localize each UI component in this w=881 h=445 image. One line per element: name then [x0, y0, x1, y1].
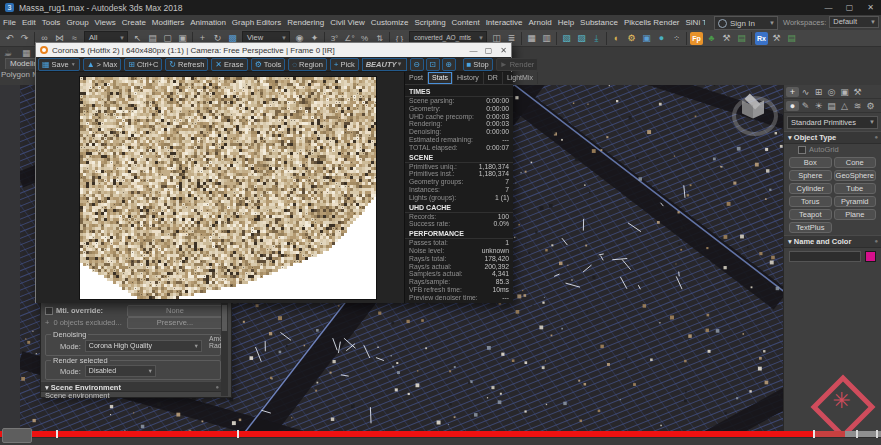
vfb-title-bar[interactable]: Corona 5 (Hotfix 2) | 640x480px (1:1) | …: [36, 43, 511, 57]
vfb-region-button[interactable]: ◌Region: [288, 58, 327, 71]
vfb-erase-button[interactable]: ✕Erase: [211, 58, 247, 71]
railclone-tools-icon[interactable]: ⚒: [769, 31, 784, 46]
create-textplus-button[interactable]: TextPlus: [789, 222, 832, 233]
menu-views[interactable]: Views: [92, 16, 119, 30]
zoom-in-icon[interactable]: ⊕: [442, 58, 456, 71]
save-download-icon[interactable]: ⤓: [589, 31, 604, 46]
render-production-icon[interactable]: ●: [654, 31, 669, 46]
render-setup-icon[interactable]: ⚙: [624, 31, 639, 46]
vfb-pick-button[interactable]: +Pick: [330, 58, 359, 71]
undo-icon[interactable]: ↶: [2, 31, 17, 46]
expand-icon[interactable]: +: [45, 318, 49, 327]
layer-explorer-icon[interactable]: ▦: [524, 31, 539, 46]
vfb-save-button[interactable]: ▦Save▼: [38, 58, 80, 71]
category-shapes-icon[interactable]: ✎: [799, 101, 812, 111]
create-cylinder-button[interactable]: Cylinder: [789, 183, 832, 194]
zoom-out-icon[interactable]: ⊖: [410, 58, 424, 71]
create-cone-button[interactable]: Cone: [834, 157, 877, 168]
menu-create[interactable]: Create: [119, 16, 149, 30]
object-name-field[interactable]: [789, 251, 861, 262]
railclone-list-icon[interactable]: ▤: [784, 31, 799, 46]
redo-icon[interactable]: ↷: [17, 31, 32, 46]
category-helpers-icon[interactable]: △: [838, 101, 851, 111]
scene-explorer-icon[interactable]: ▥: [539, 31, 554, 46]
primitive-category-dropdown[interactable]: Standard Primitives ▼: [787, 116, 878, 129]
render-flyout-icon[interactable]: ⁘: [669, 31, 684, 46]
menu-substance[interactable]: Substance: [577, 16, 621, 30]
menu-civil-view[interactable]: Civil View: [327, 16, 368, 30]
menu-animation[interactable]: Animation: [187, 16, 229, 30]
objects-excluded-label[interactable]: 0 objects excluded...: [53, 318, 121, 327]
tab-utilities-icon[interactable]: ⚒: [851, 87, 864, 97]
mtl-override-none-button[interactable]: None: [127, 305, 223, 317]
tab-create-icon[interactable]: +: [786, 87, 799, 97]
menu-interactive[interactable]: Interactive: [483, 16, 526, 30]
menu-sini-tools[interactable]: SiNi Tools: [683, 16, 706, 30]
category-lights-icon[interactable]: ☀: [812, 101, 825, 111]
vfb-copy-button[interactable]: ⊞Ctrl+C: [124, 58, 162, 71]
teapot-icon[interactable]: ☕: [4, 48, 12, 58]
curve-editor-icon[interactable]: ▧: [559, 31, 574, 46]
status-chip[interactable]: [2, 428, 32, 443]
menu-rendering[interactable]: Rendering: [284, 16, 327, 30]
name-color-rollout[interactable]: ▾ Name and Color ●: [784, 235, 881, 248]
create-pyramid-button[interactable]: Pyramid: [834, 196, 877, 207]
dialog-scrollbar[interactable]: [221, 303, 228, 396]
category-cameras-icon[interactable]: ▤: [825, 101, 838, 111]
schematic-view-icon[interactable]: ▨: [574, 31, 589, 46]
menu-group[interactable]: Group: [63, 16, 91, 30]
tab-display-icon[interactable]: ▣: [838, 87, 851, 97]
tab-hierarchy-icon[interactable]: ⊞: [812, 87, 825, 97]
category-geometry-icon[interactable]: ●: [786, 101, 799, 111]
object-color-swatch[interactable]: [865, 251, 876, 262]
category-systems-icon[interactable]: ⚙: [864, 101, 877, 111]
menu-graph-editors[interactable]: Graph Editors: [229, 16, 284, 30]
menu-pikcells-render[interactable]: Pikcells Render: [621, 16, 683, 30]
menu-customize[interactable]: Customize: [368, 16, 412, 30]
zoom-reset-icon[interactable]: ⊡: [426, 58, 440, 71]
create-sphere-button[interactable]: Sphere: [789, 170, 832, 181]
scrollbar-thumb[interactable]: [222, 305, 227, 331]
ribbon-config-icon[interactable]: ▦: [22, 48, 31, 58]
close-icon[interactable]: ✕: [860, 0, 881, 15]
vfb-maximize-icon[interactable]: ▢: [481, 46, 496, 55]
vfb-tab-dr[interactable]: DR: [484, 72, 503, 84]
menu-help[interactable]: Help: [555, 16, 577, 30]
mtl-override-checkbox[interactable]: [45, 307, 53, 315]
vfb-tools-button[interactable]: ⚙Tools: [251, 58, 286, 71]
tab-modify-icon[interactable]: ∿: [799, 87, 812, 97]
create-teapot-button[interactable]: Teapot: [789, 209, 832, 220]
menu-content[interactable]: Content: [449, 16, 483, 30]
render-selected-mode-dropdown[interactable]: Disabled ▼: [85, 365, 156, 377]
object-type-rollout[interactable]: ▾ Object Type ●: [784, 131, 881, 144]
create-plane-button[interactable]: Plane: [834, 209, 877, 220]
vfb-render-button[interactable]: ►Render: [496, 58, 539, 71]
vfb-refresh-button[interactable]: ↻Refresh: [165, 58, 208, 71]
minimize-icon[interactable]: —: [818, 0, 839, 15]
sign-in-button[interactable]: Sign In ▼: [714, 16, 778, 30]
vfb-tab-stats[interactable]: Stats: [428, 72, 453, 84]
workspace-dropdown[interactable]: Default ▼: [829, 16, 879, 28]
forest-tools-icon[interactable]: ⚒: [719, 31, 734, 46]
render-element-dropdown[interactable]: BEAUTY ▼: [362, 58, 407, 71]
vfb-send-to-max-button[interactable]: ▲> Max: [83, 58, 122, 71]
vfb-tab-history[interactable]: History: [453, 72, 484, 84]
viewcube[interactable]: [730, 90, 776, 136]
create-geosphere-button[interactable]: GeoSphere: [834, 170, 877, 181]
create-tube-button[interactable]: Tube: [834, 183, 877, 194]
vfb-minimize-icon[interactable]: —: [466, 46, 481, 55]
material-editor-icon[interactable]: ◐: [609, 31, 624, 46]
forest-tree-icon[interactable]: ♣: [704, 31, 719, 46]
maximize-icon[interactable]: ▢: [839, 0, 860, 15]
vfb-stop-button[interactable]: ■Stop: [463, 58, 493, 71]
tab-motion-icon[interactable]: ◎: [825, 87, 838, 97]
vfb-tab-post[interactable]: Post: [405, 72, 428, 84]
forest-list-icon[interactable]: ▤: [734, 31, 749, 46]
create-torus-button[interactable]: Torus: [789, 196, 832, 207]
vfb-tab-lightmix[interactable]: LightMix: [503, 72, 538, 84]
denoise-mode-dropdown[interactable]: Corona High Quality ▼: [85, 340, 202, 352]
preserve-button[interactable]: Preserve...: [127, 317, 223, 329]
menu-arnold[interactable]: Arnold: [526, 16, 555, 30]
category-spacewarps-icon[interactable]: ≋: [851, 101, 864, 111]
forest-pack-icon[interactable]: Fp: [690, 32, 703, 45]
